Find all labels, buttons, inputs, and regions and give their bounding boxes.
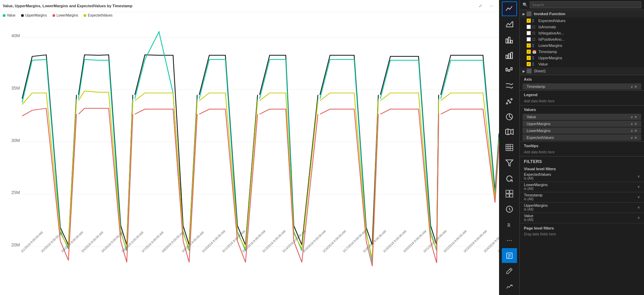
value-remove-icon[interactable]: ✕ [634,115,637,119]
viz-table-button[interactable] [502,140,517,155]
viz-line-chart-button[interactable] [502,1,517,16]
svg-rect-37 [511,40,513,43]
lowermargins-remove-icon[interactable]: ✕ [634,129,637,133]
legend-dot-lowermargins [52,14,55,17]
viz-kpi-button[interactable] [502,202,517,217]
checkbox-icon-ispositiveano: ☐ [532,38,537,41]
filter-lowermargins-name: LowerMargins [524,183,548,187]
filter-lowermargins: LowerMargins is (All) ∨ [520,182,644,192]
axis-dropdown-icon[interactable]: ∨ [631,85,633,89]
svg-text:3/9/2018 8:00:00 AM: 3/9/2018 8:00:00 AM [181,231,205,253]
chart-area: Value, UpperMargins, LowerMargins and Ex… [0,0,499,295]
legend-value: Value [3,13,16,17]
values-lowermargins-row: LowerMargins ∨ ✕ [523,128,641,134]
viz-r-button[interactable]: R [502,217,517,232]
filter-timestamp-header[interactable]: Timestamp is (All) ∨ [524,193,640,201]
svg-text:R: R [507,223,511,228]
svg-text:35M: 35M [11,86,20,91]
search-input[interactable] [530,1,641,8]
field-isanomaly[interactable]: ☐ IsAnomaly [520,24,644,30]
field-uppermargins[interactable]: Σ UpperMargins [520,55,644,61]
viz-refresh-button[interactable] [502,171,517,186]
field-timestamp[interactable]: 📅 Timestamp [520,49,644,55]
chart-controls: ⤢ ··· [476,1,496,10]
viz-area-chart-button[interactable] [502,17,517,32]
svg-rect-42 [508,70,510,71]
filter-uppermargins-header[interactable]: UpperMargins is (All) ∨ [524,203,640,211]
value-dropdown-icon[interactable]: ∨ [631,115,633,119]
filter-expectedvalues: ExpectedValues is (All) ∨ [520,172,644,182]
svg-rect-59 [510,190,513,193]
svg-text:20M: 20M [11,243,20,248]
tab-fields-button[interactable] [502,248,517,263]
viz-ribbon-button[interactable] [502,79,517,93]
field-name-isanomaly: IsAnomaly [538,25,641,29]
lowermargins-dropdown-icon[interactable]: ∨ [631,129,633,133]
tab-analytics-button[interactable] [502,279,517,294]
ispositiveano-checkbox[interactable] [527,37,531,41]
viz-map-button[interactable] [502,125,517,140]
invoked-function-header[interactable]: ▶ Invoked Function [520,10,644,18]
svg-text:3/4/2018 8:00:00 AM: 3/4/2018 8:00:00 AM [80,231,104,253]
values-lowermargins-actions: ∨ ✕ [631,129,637,133]
values-uppermargins-actions: ∨ ✕ [631,122,637,126]
lowermargins-checkbox[interactable] [527,43,531,48]
filter-uppermargins-chevron: ∨ [637,205,640,209]
viz-bar-chart-button[interactable] [502,32,517,47]
invoked-function-label: Invoked Function [534,12,565,16]
scrollable-panel[interactable]: ▶ Invoked Function Σ ExpectedValues ☐ Is… [520,10,644,295]
expectedvalues-remove-icon[interactable]: ✕ [634,136,637,140]
svg-rect-43 [511,68,512,70]
svg-point-47 [511,99,512,100]
panel-content: 🔍 ▶ Invoked Function Σ ExpectedValues [520,0,644,295]
search-bar: 🔍 [520,0,644,10]
filters-header: FILTERS [520,156,644,165]
svg-text:25M: 25M [11,191,20,195]
value-checkbox[interactable] [527,62,531,66]
legend-section: Legend Add data fields here [520,91,644,105]
drag-placeholder: Drag data fields here [520,232,644,238]
filter-value: Value is (All) ∨ [520,213,644,223]
viz-scatter-button[interactable] [502,94,517,109]
isnegativean-checkbox[interactable] [527,31,531,35]
uppermargins-checkbox[interactable] [527,56,531,60]
axis-remove-icon[interactable]: ✕ [634,85,637,89]
timestamp-checkbox[interactable] [527,50,531,54]
viz-filter-button[interactable] [502,155,517,170]
svg-point-44 [506,103,508,104]
legend-label-expectedvalues: ExpectedValues [88,13,113,17]
filter-lowermargins-header[interactable]: LowerMargins is (All) ∨ [524,183,640,191]
viz-more-button[interactable]: ··· [502,233,517,247]
filter-timestamp-chevron: ∨ [637,195,640,199]
legend-placeholder: Add data fields here [520,98,644,105]
uppermargins-dropdown-icon[interactable]: ∨ [631,122,633,126]
uppermargins-remove-icon[interactable]: ✕ [634,122,637,126]
viz-pie-button[interactable] [502,109,517,124]
section-expand-icon: ▶ [523,12,525,16]
field-lowermargins[interactable]: Σ LowerMargins [520,42,644,49]
sheet1-expand-icon: ▶ [523,69,525,73]
field-ispositiveano[interactable]: ☐ IsPositiveAno... [520,36,644,42]
chart-expand-button[interactable]: ⤢ [476,1,485,10]
sheet1-header[interactable]: ▶ Sheet1 [520,67,644,75]
field-value[interactable]: Σ Value [520,61,644,67]
field-expectedvalues[interactable]: Σ ExpectedValues [520,18,644,24]
filter-value-header[interactable]: Value is (All) ∨ [524,214,640,222]
viz-matrix-button[interactable] [502,186,517,201]
search-icon: 🔍 [523,2,528,7]
values-value-label: Value [527,115,536,119]
tab-format-button[interactable] [502,264,517,278]
viz-waterfall-button[interactable] [502,63,517,78]
field-isnegativean[interactable]: ☐ IsNegativeAn... [520,30,644,36]
filter-expectedvalues-header[interactable]: ExpectedValues is (All) ∨ [524,172,640,180]
chart-more-button[interactable]: ··· [487,1,496,10]
field-name-expectedvalues: ExpectedValues [538,19,641,23]
expectedvalues-dropdown-icon[interactable]: ∨ [631,136,633,140]
viz-column-chart-button[interactable] [502,48,517,62]
checkbox-icon-isanomaly: ☐ [532,25,537,29]
values-expectedvalues-label: ExpectedValues [527,135,554,140]
expectedvalues-checkbox[interactable] [527,19,531,23]
isanomaly-checkbox[interactable] [527,25,531,29]
svg-text:3/7/2018 8:00:00 AM: 3/7/2018 8:00:00 AM [141,231,164,253]
field-name-timestamp: Timestamp [538,50,641,54]
